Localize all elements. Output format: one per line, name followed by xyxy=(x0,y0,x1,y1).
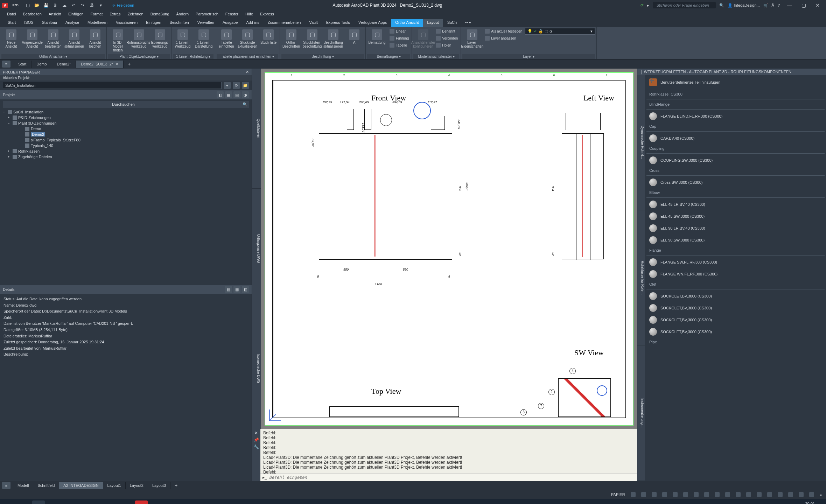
palette-item[interactable]: COUPLING,SW,3000 (CS300) xyxy=(646,154,825,166)
maximize-button[interactable]: ▢ xyxy=(797,1,810,9)
tree-node[interactable]: +P&ID-Zeichnungen xyxy=(3,115,249,120)
ribbon-cmd[interactable]: Holen xyxy=(434,42,459,48)
tree-node[interactable]: +Zugehörige Dateien xyxy=(3,154,249,160)
qp-icon[interactable] xyxy=(715,492,720,497)
project-refresh-icon[interactable]: ⟳ xyxy=(233,82,240,89)
current-project-select[interactable] xyxy=(3,82,222,89)
ribbon-tab-beschriften[interactable]: Beschriften xyxy=(166,19,193,27)
tree-node[interactable]: Typicals_140 xyxy=(3,143,249,148)
close-tab-icon[interactable]: ✕ xyxy=(115,62,118,66)
isolate-icon[interactable] xyxy=(788,492,793,497)
menu-ändern[interactable]: Ändern xyxy=(173,10,192,19)
ribbon-tab-analyse[interactable]: Analyse xyxy=(61,19,83,27)
menu-einfügen[interactable]: Einfügen xyxy=(65,10,87,19)
grid-icon[interactable] xyxy=(631,492,636,497)
ribbon-tab-sucri[interactable]: SuCri xyxy=(443,19,461,27)
snap-icon[interactable] xyxy=(641,492,646,497)
ribbon-cmd[interactable]: ▢Stückliste aktualisieren xyxy=(238,28,257,48)
ribbon-tab-stahlbau[interactable]: Stahlbau xyxy=(38,19,61,27)
ribbon-cmd[interactable]: ▢Stücklisten-beschriftung xyxy=(302,28,322,48)
ribbon-tab-layout[interactable]: Layout xyxy=(423,19,443,27)
ribbon-cmd[interactable]: ▢1-Linien-Darstellung xyxy=(194,28,214,48)
ribbon-tab-express-tools[interactable]: Express Tools xyxy=(322,19,354,27)
menu-express[interactable]: Express xyxy=(257,10,278,19)
layout-menu-button[interactable]: ≡ xyxy=(2,482,10,489)
menu-datei[interactable]: Datei xyxy=(4,10,20,19)
tree-icon-3[interactable]: ▤ xyxy=(233,91,240,98)
cart-icon[interactable]: 🛒 xyxy=(763,3,768,8)
layout-tab[interactable]: Schriftfeld xyxy=(33,482,59,489)
details-icon-1[interactable]: ▤ xyxy=(225,286,232,293)
qat-new-icon[interactable]: ▢ xyxy=(25,2,31,8)
tree-icon-2[interactable]: ▦ xyxy=(225,91,232,98)
autodesk-icon[interactable]: Å xyxy=(772,3,774,7)
ws-icon[interactable] xyxy=(746,492,751,497)
ortho-icon[interactable] xyxy=(652,492,657,497)
menu-toggle[interactable]: ≡ xyxy=(818,492,823,497)
ribbon-tab-einfügen[interactable]: Einfügen xyxy=(142,19,165,27)
ribbon-cmd[interactable]: ▢Neue Ansicht xyxy=(1,28,21,48)
qat-saveall-icon[interactable]: 🗎 xyxy=(52,2,58,8)
hardware-icon[interactable] xyxy=(778,492,783,497)
drawing-viewport[interactable]: 1234567 Front View xyxy=(261,69,637,429)
info-icon[interactable]: ▸ xyxy=(647,3,649,8)
task-outlook-icon[interactable]: ✉ xyxy=(120,500,133,504)
command-log[interactable]: Befehl: Befehl: Befehl: Befehl: Befehl: … xyxy=(260,429,637,474)
qat-undo-icon[interactable]: ↶ xyxy=(70,2,77,8)
app-menu-button[interactable]: ≡ xyxy=(2,61,10,68)
task-explorer-icon[interactable]: ▦ xyxy=(3,500,15,504)
lwt-icon[interactable] xyxy=(694,492,699,497)
tree-icon-1[interactable]: ◧ xyxy=(217,91,224,98)
command-input[interactable] xyxy=(269,475,635,480)
ribbon-tab-ausgabe[interactable]: Ausgabe xyxy=(218,19,242,27)
palette-item[interactable]: Cross,SW,3000 (CS300) xyxy=(646,176,825,188)
project-folder-icon[interactable]: 📁 xyxy=(242,82,249,89)
menu-hilfe[interactable]: Hilfe xyxy=(242,10,257,19)
ribbon-tab-isos[interactable]: ISOS xyxy=(20,19,37,27)
ribbon-cmd[interactable]: ▢Stück-liste xyxy=(259,28,278,44)
polar-icon[interactable] xyxy=(662,492,667,497)
ribbon-tab-add-ins[interactable]: Add-ins xyxy=(242,19,263,27)
add-layout-button[interactable]: + xyxy=(171,481,181,490)
task-app-icon[interactable]: ◧ xyxy=(32,500,45,504)
layer-selector[interactable]: 💡✓🔒▢ 0 ▾ xyxy=(525,28,595,35)
palette-item[interactable]: FLANGE SW,FL,RF,300 (CS300) xyxy=(646,256,825,268)
task-check-icon[interactable]: ✓ xyxy=(106,500,118,504)
cloud-status-icon[interactable]: ⟳ xyxy=(640,3,644,8)
ribbon-cmd[interactable]: ▢Bemaßung xyxy=(367,28,387,44)
user-menu[interactable]: 👤 IntegaDesign... xyxy=(728,3,760,8)
ribbon-cmd[interactable]: ▢Tabelle einrichten xyxy=(217,28,236,48)
details-icon-2[interactable]: ▦ xyxy=(233,286,240,293)
task-word-icon[interactable]: W xyxy=(164,500,177,504)
ribbon-cmd[interactable]: Tabelle xyxy=(388,42,410,48)
otrack-icon[interactable] xyxy=(683,492,688,497)
doctab[interactable]: Demo xyxy=(31,61,52,68)
tree-search[interactable]: Durchsuchen 🔍 xyxy=(3,101,249,108)
palette-side-tab[interactable]: Dynamische Rohrkl... xyxy=(637,75,645,210)
help-icon[interactable]: ? xyxy=(778,3,780,7)
minimize-button[interactable]: — xyxy=(783,1,796,9)
cmd-wrench-icon[interactable]: 🔧 xyxy=(254,444,259,449)
ribbon-cmd[interactable]: ▢1-Linien-Werkzeug xyxy=(173,28,192,48)
ribbon-cmd[interactable]: Layer anpassen xyxy=(483,35,524,41)
clock-time[interactable]: 20:01 xyxy=(796,502,815,504)
menu-bemaßung[interactable]: Bemaßung xyxy=(147,10,173,19)
ribbon-cmd[interactable]: Als aktuell festlegen xyxy=(483,28,524,34)
layout-tab[interactable]: Layout3 xyxy=(148,482,170,489)
menu-bearbeiten[interactable]: Bearbeiten xyxy=(20,10,45,19)
ribbon-tab-modellieren[interactable]: Modellieren xyxy=(83,19,112,27)
details-icon-3[interactable]: ◧ xyxy=(242,286,249,293)
side-tab[interactable]: Isometrische DWG xyxy=(252,309,261,429)
monitor-icon[interactable] xyxy=(757,492,762,497)
ribbon-cmd[interactable]: Linear xyxy=(388,28,410,34)
side-tab[interactable]: Orthogonale DWG xyxy=(252,189,261,309)
ribbon-tab-zusammenarbeiten[interactable]: Zusammenarbeiten xyxy=(264,19,305,27)
ribbon-cmd[interactable]: Führung xyxy=(388,35,410,41)
palette-item[interactable]: ELL 45,SW,3000 (CS300) xyxy=(646,210,825,222)
annoscale-icon[interactable] xyxy=(736,492,741,497)
cmd-pin-icon[interactable]: 📌 xyxy=(254,438,259,442)
qat-print-icon[interactable]: 🖶 xyxy=(89,2,95,8)
palette-side-tab[interactable]: Rohrklasse für Rohr... xyxy=(637,210,645,346)
close-panel-icon[interactable]: ✕ xyxy=(246,70,249,74)
task-teams-icon[interactable]: ▣ xyxy=(91,500,104,504)
